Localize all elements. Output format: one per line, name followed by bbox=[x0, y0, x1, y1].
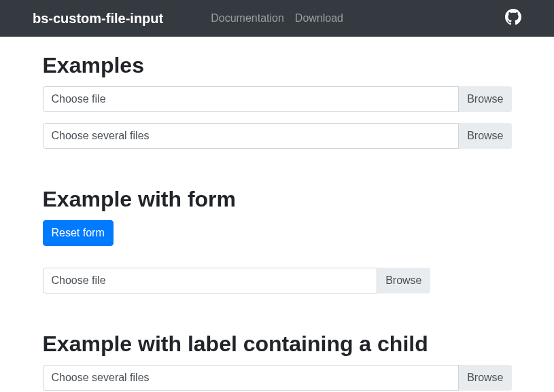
github-icon[interactable] bbox=[505, 9, 521, 28]
navbar-brand[interactable]: bs-custom-file-input bbox=[33, 11, 163, 26]
section-examples: Examples Choose file Browse Choose sever… bbox=[43, 53, 512, 149]
main-container: Examples Choose file Browse Choose sever… bbox=[33, 53, 522, 391]
nav-link-documentation[interactable]: Documentation bbox=[211, 12, 284, 24]
browse-button[interactable]: Browse bbox=[458, 123, 511, 149]
navbar-nav: Documentation Download bbox=[211, 12, 343, 24]
file-input-form[interactable]: Choose file Browse bbox=[43, 268, 430, 293]
navbar: bs-custom-file-input Documentation Downl… bbox=[0, 0, 554, 37]
heading-with-child: Example with label containing a child bbox=[43, 332, 512, 357]
file-input-multiple[interactable]: Choose several files Browse bbox=[43, 123, 512, 149]
section-with-form: Example with form Reset form Choose file… bbox=[43, 187, 512, 293]
reset-form-button[interactable]: Reset form bbox=[43, 220, 114, 246]
heading-with-form: Example with form bbox=[43, 187, 512, 212]
browse-button[interactable]: Browse bbox=[458, 365, 511, 391]
browse-button[interactable]: Browse bbox=[377, 268, 430, 293]
file-input-single[interactable]: Choose file Browse bbox=[43, 86, 512, 112]
nav-link-download[interactable]: Download bbox=[295, 12, 343, 24]
section-with-child: Example with label containing a child Ch… bbox=[43, 332, 512, 391]
browse-button[interactable]: Browse bbox=[458, 86, 511, 112]
heading-examples: Examples bbox=[43, 53, 512, 78]
file-input-child[interactable]: Choose several files Browse bbox=[43, 365, 512, 391]
